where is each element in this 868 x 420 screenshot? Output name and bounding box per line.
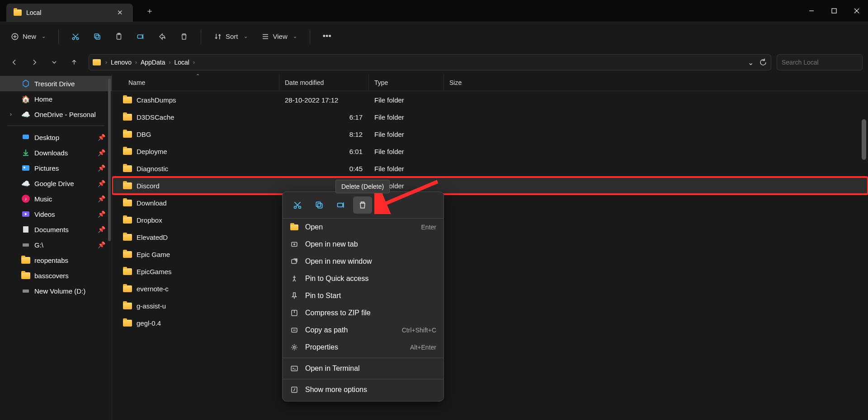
close-button[interactable] (845, 2, 868, 20)
ctx-open-in-new-tab[interactable]: Open in new tab (283, 236, 443, 253)
svg-rect-22 (23, 135, 29, 139)
sidebar-item-desktop[interactable]: Desktop📌 (0, 130, 112, 145)
search-input[interactable] (782, 59, 861, 66)
tab-title: Local (26, 9, 110, 16)
folder-icon (123, 320, 132, 327)
ctx-pin-to-start[interactable]: Pin to Start (283, 287, 443, 304)
sidebar-item-home[interactable]: 🏠Home (0, 91, 112, 107)
pin-icon: 📌 (98, 226, 105, 233)
refresh-icon[interactable] (759, 58, 767, 66)
table-row[interactable]: EpicGames 9:47 File folder (112, 263, 868, 280)
search-box[interactable] (777, 54, 863, 70)
svg-rect-35 (338, 203, 343, 207)
sidebar-item-onedrive-personal[interactable]: ›☁️OneDrive - Personal (0, 107, 112, 122)
ctx-copy-as-path[interactable]: Copy as pathCtrl+Shift+C (283, 322, 443, 339)
sidebar-item-label: Home (34, 95, 52, 103)
view-button[interactable]: View ⌄ (256, 29, 302, 44)
view-label: View (273, 33, 288, 40)
recent-button[interactable] (45, 54, 63, 70)
table-row[interactable]: evernote-c 9:33 File folder (112, 280, 868, 297)
sidebar-item-downloads[interactable]: Downloads📌 (0, 145, 112, 160)
forward-button[interactable] (25, 54, 43, 70)
delete-button[interactable] (175, 29, 193, 44)
sidebar-item-basscovers[interactable]: basscovers (0, 268, 112, 283)
ctx-copy-button[interactable] (310, 196, 329, 214)
sidebar-item-music[interactable]: ♪Music📌 (0, 191, 112, 206)
table-row[interactable]: D3DSCache 6:17 File folder (112, 108, 868, 126)
pin-icon: 📌 (98, 134, 105, 141)
tab-local[interactable]: Local ✕ (6, 4, 133, 22)
pin-icon: 📌 (98, 210, 105, 218)
maximize-button[interactable] (823, 2, 845, 20)
table-row[interactable]: ElevatedD 1:36 File folder (112, 229, 868, 246)
dropdown-icon[interactable]: ⌄ (748, 58, 754, 67)
sidebar-item-documents[interactable]: Documents📌 (0, 222, 112, 237)
ctx-rename-button[interactable] (331, 196, 350, 214)
more-button[interactable]: ••• (317, 28, 337, 45)
table-row[interactable]: Discord 3:39 File folder (112, 177, 868, 194)
column-type[interactable]: Type (369, 74, 444, 91)
divider (58, 29, 59, 44)
sort-caret-icon: ⌃ (196, 74, 200, 79)
sidebar-item-label: OneDrive - Personal (34, 111, 96, 118)
ctx-open-in-terminal[interactable]: Open in Terminal (283, 360, 443, 377)
table-row[interactable]: DBG 8:12 File folder (112, 126, 868, 143)
svg-rect-12 (94, 34, 99, 38)
column-name[interactable]: Name ⌃ (112, 74, 279, 91)
window-controls (800, 2, 868, 20)
new-button[interactable]: New ⌄ (5, 29, 51, 44)
folder-icon (22, 271, 30, 280)
crumb-appdata[interactable]: AppData (138, 59, 168, 66)
table-row[interactable]: Epic Game 9:47 File folder (112, 246, 868, 263)
file-date: 6:17 (279, 113, 369, 121)
crumb-local[interactable]: Local (171, 59, 192, 66)
up-button[interactable] (65, 54, 83, 70)
filelist-scrollbar[interactable] (862, 119, 866, 160)
ctx-cut-button[interactable] (288, 196, 307, 214)
tab-close-button[interactable]: ✕ (114, 7, 126, 19)
drive-icon (22, 241, 30, 249)
ctx-show-more-options[interactable]: Show more options (283, 381, 443, 398)
chevron-down-icon: ⌄ (293, 33, 297, 39)
table-row[interactable]: Dropbox 7:27 File folder (112, 211, 868, 229)
new-tab-button[interactable]: ＋ (141, 3, 158, 19)
table-row[interactable]: Download 6:41 File folder (112, 194, 868, 211)
column-date[interactable]: Date modified (279, 74, 369, 91)
divider (310, 29, 310, 44)
copy-button[interactable] (88, 29, 107, 44)
sidebar-item-reopentabs[interactable]: reopentabs (0, 252, 112, 268)
rename-button[interactable] (131, 29, 150, 44)
sidebar-item-new-volume-d-[interactable]: New Volume (D:) (0, 283, 112, 299)
chevron-right-icon: › (192, 59, 196, 65)
sidebar-item-g-[interactable]: G:\📌 (0, 237, 112, 252)
ctx-open-in-new-window[interactable]: Open in new window (283, 253, 443, 270)
breadcrumb[interactable]: › Lenovo › AppData › Local › ⌄ (89, 54, 771, 70)
table-row[interactable]: gegl-0.4 09-07-2020 20:59 File folder (112, 314, 868, 331)
table-row[interactable]: CrashDumps 28-10-2022 17:12 File folder (112, 91, 868, 108)
folder-icon (123, 131, 132, 138)
expand-icon[interactable]: › (10, 111, 12, 117)
paste-button[interactable] (109, 29, 128, 44)
sort-button[interactable]: Sort ⌄ (208, 29, 253, 44)
share-button[interactable] (153, 29, 172, 44)
ctx-shortcut: Alt+Enter (410, 344, 436, 351)
minimize-button[interactable] (800, 2, 823, 20)
sidebar-item-tresorit-drive[interactable]: Tresorit Drive (0, 76, 112, 91)
ctx-compress-to-zip-file[interactable]: Compress to ZIP file (283, 304, 443, 322)
table-row[interactable]: g-assist-u 9:42 File folder (112, 297, 868, 314)
crumb-lenovo[interactable]: Lenovo (108, 59, 134, 66)
ctx-pin-to-quick-access[interactable]: Pin to Quick access (283, 270, 443, 287)
sidebar-item-videos[interactable]: Videos📌 (0, 206, 112, 222)
sidebar-item-pictures[interactable]: Pictures📌 (0, 160, 112, 176)
file-name: D3DSCache (137, 113, 174, 121)
column-size[interactable]: Size (444, 74, 494, 91)
ctx-open[interactable]: OpenEnter (283, 219, 443, 236)
sidebar-scrollbar[interactable] (108, 79, 111, 241)
sidebar-item-google-drive[interactable]: ☁️Google Drive📌 (0, 176, 112, 191)
cut-button[interactable] (66, 29, 85, 44)
ctx-properties[interactable]: PropertiesAlt+Enter (283, 339, 443, 356)
ctx-delete-button[interactable] (353, 196, 372, 214)
back-button[interactable] (5, 54, 24, 70)
table-row[interactable]: Deployme 6:01 File folder (112, 143, 868, 160)
table-row[interactable]: Diagnostic 0:45 File folder (112, 160, 868, 177)
